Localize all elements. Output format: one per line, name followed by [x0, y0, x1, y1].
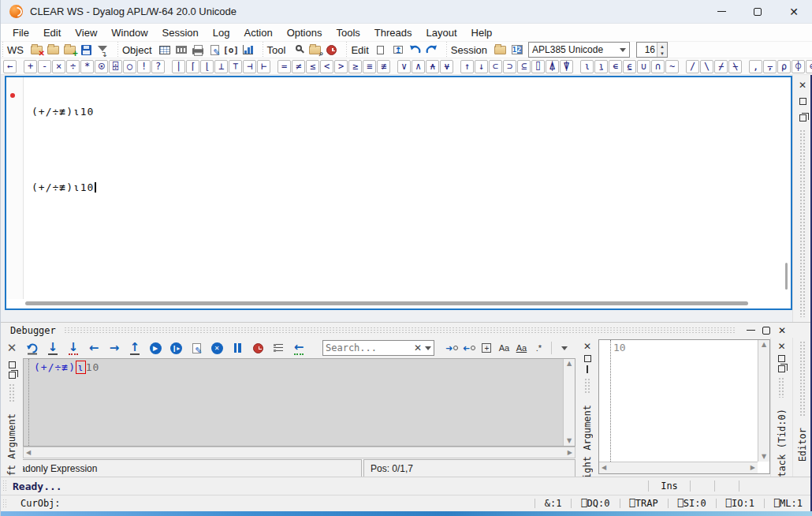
apl-glyph-button[interactable]: ⌊: [200, 60, 214, 73]
apl-glyph-button[interactable]: +: [24, 60, 37, 73]
session-hscrollbar[interactable]: [24, 300, 780, 307]
regex-button[interactable]: .*: [531, 340, 546, 356]
pause-threads-button[interactable]: [229, 340, 245, 356]
scroll-up-icon[interactable]: ▲: [762, 342, 766, 348]
apl-glyph-button[interactable]: ⍸: [594, 60, 608, 73]
apl-glyph-button[interactable]: ↑: [460, 60, 474, 73]
restart-button[interactable]: [24, 340, 40, 356]
continue-to-exit-button[interactable]: ↑: [127, 340, 143, 356]
apl-glyph-button[interactable]: ⌿: [714, 60, 728, 73]
continue-all-threads-button[interactable]: ❙▸: [168, 340, 184, 356]
apl-glyph-button[interactable]: ∊: [609, 60, 622, 73]
apl-glyph-button[interactable]: ⊖: [806, 60, 812, 73]
session-maximize-button[interactable]: [796, 95, 810, 108]
menu-file[interactable]: File: [6, 25, 36, 40]
apl-glyph-button[interactable]: >: [334, 60, 348, 73]
status-window-button[interactable]: [250, 340, 266, 356]
session-hscroll-thumb[interactable]: [25, 301, 748, 305]
apl-glyph-button[interactable]: <: [320, 60, 333, 73]
print-button[interactable]: [190, 43, 207, 58]
apl-glyph-button[interactable]: ∪: [637, 60, 650, 73]
apl-glyph-button[interactable]: /: [686, 60, 699, 73]
apl-glyph-button[interactable]: ≢: [377, 60, 390, 73]
menu-edit[interactable]: Edit: [36, 25, 68, 40]
paste-button[interactable]: ↥: [390, 43, 407, 58]
apl-glyph-button[interactable]: ○: [123, 60, 136, 73]
apl-glyph-button[interactable]: ∨: [397, 60, 411, 73]
apl-glyph-button[interactable]: ∩: [651, 60, 665, 73]
search-dropdown-icon[interactable]: [425, 346, 431, 350]
menu-options[interactable]: Options: [280, 25, 330, 40]
menu-help[interactable]: Help: [464, 25, 500, 40]
debugger-title-bar[interactable]: Debugger ✕: [1, 323, 812, 338]
session-vscroll-thumb[interactable]: [785, 263, 788, 290]
match-case-button[interactable]: Aa: [496, 340, 512, 356]
apl-glyph-button[interactable]: ⌹: [109, 60, 122, 73]
apl-glyph-button[interactable]: ↓: [475, 60, 488, 73]
apl-glyph-button[interactable]: |: [172, 60, 185, 73]
scroll-up-icon[interactable]: ▲: [567, 361, 572, 367]
object-properties-button[interactable]: [o]: [223, 43, 240, 58]
apl-glyph-button[interactable]: ÷: [66, 60, 80, 73]
find-next-button[interactable]: ➜: [444, 340, 460, 356]
forward-button[interactable]: →: [106, 340, 122, 356]
export-workspace-button[interactable]: [95, 43, 111, 58]
apl-glyph-button[interactable]: ⍱: [440, 60, 453, 73]
apl-glyph-button[interactable]: ⊂: [489, 60, 502, 73]
menu-action[interactable]: Action: [237, 25, 280, 40]
apl-glyph-button[interactable]: ⍀: [728, 60, 742, 73]
apl-glyph-button[interactable]: ⍪: [763, 60, 777, 73]
debugger-close-button[interactable]: ✕: [774, 324, 790, 337]
stepper-down-icon[interactable]: ▼: [657, 50, 667, 57]
copy-workspace-button[interactable]: +: [61, 43, 78, 58]
apl-glyph-button[interactable]: ⊆: [517, 60, 531, 73]
menu-log[interactable]: Log: [206, 25, 237, 40]
apl-glyph-button[interactable]: ⍲: [426, 60, 439, 73]
chart-wizard-button[interactable]: [240, 43, 256, 58]
cutback-button[interactable]: ←: [291, 340, 307, 356]
apl-glyph-button[interactable]: ,: [749, 60, 762, 73]
rightarg-collapse-button[interactable]: [581, 365, 594, 373]
apl-glyph-button[interactable]: =: [277, 60, 291, 73]
session-font-select[interactable]: APL385 Unicode: [528, 42, 630, 58]
edit-object-button[interactable]: ✎: [207, 43, 223, 58]
apl-glyph-button[interactable]: ⊣: [243, 60, 256, 73]
apl-glyph-button[interactable]: !: [137, 60, 151, 73]
scroll-left-icon[interactable]: ◀: [602, 465, 606, 471]
apl-glyph-button[interactable]: \: [700, 60, 713, 73]
apl-glyph-button[interactable]: ⍒: [560, 60, 573, 73]
apl-glyph-button[interactable]: ≥: [348, 60, 362, 73]
debugger-minimize-button[interactable]: [743, 324, 758, 337]
debugger-code-pane[interactable]: (+/÷≢)⍳10 ▲ ▼: [23, 358, 575, 447]
apl-glyph-button[interactable]: ←: [3, 60, 17, 73]
match-whole-word-button[interactable]: Aa: [513, 340, 529, 356]
menu-layout[interactable]: Layout: [419, 25, 464, 40]
debugger-vscrollbar[interactable]: ▲ ▼: [563, 359, 575, 446]
save-workspace-button[interactable]: [78, 43, 95, 58]
toggle-line-numbers-button[interactable]: [270, 340, 286, 356]
close-button[interactable]: ✕: [776, 0, 812, 23]
apl-glyph-button[interactable]: -: [38, 60, 51, 73]
breakpoint-dot[interactable]: [10, 93, 15, 98]
apl-glyph-button[interactable]: ⍟: [95, 60, 108, 73]
redo-button[interactable]: [423, 43, 440, 58]
edit-function-button[interactable]: ✎: [188, 340, 204, 356]
rightarg-maximize-button[interactable]: [581, 355, 594, 362]
apl-glyph-button[interactable]: ⊃: [503, 60, 516, 73]
debugger-close-pane-button[interactable]: ✕: [4, 340, 20, 356]
load-session-button[interactable]: [492, 43, 508, 58]
apl-glyph-button[interactable]: ⌷: [531, 60, 545, 73]
interrupt-button[interactable]: ✕: [209, 340, 225, 356]
apl-glyph-button[interactable]: ⊢: [257, 60, 270, 73]
apl-glyph-button[interactable]: ⌈: [186, 60, 199, 73]
expand-search-button[interactable]: +: [479, 340, 494, 356]
copy-button[interactable]: [374, 43, 390, 58]
close-workspace-button[interactable]: ✕: [28, 43, 45, 58]
trace-into-button[interactable]: ↓: [65, 340, 81, 356]
session-restore-button[interactable]: [796, 111, 810, 125]
apl-glyph-button[interactable]: ⊥: [214, 60, 228, 73]
continue-button[interactable]: ▶: [147, 340, 163, 356]
apl-glyph-button[interactable]: ≠: [292, 60, 305, 73]
debugger-maximize-button[interactable]: [758, 324, 774, 337]
stepper-up-icon[interactable]: ▲: [657, 43, 667, 50]
